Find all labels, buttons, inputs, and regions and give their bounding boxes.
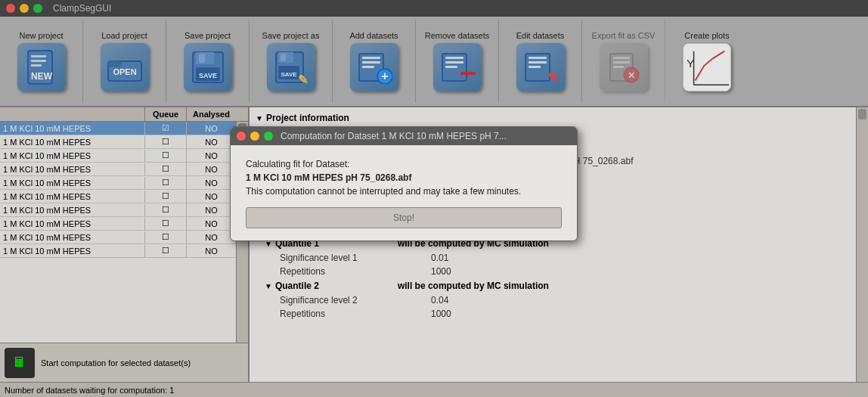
- modal-zoom-button[interactable]: [264, 132, 273, 141]
- modal-close-button[interactable]: [237, 132, 246, 141]
- app-window: ClampSegGUI New project NEW Load project…: [0, 0, 868, 397]
- modal-overlay: Computation for Dataset 1 M KCl 10 mM HE…: [0, 0, 868, 397]
- modal-minimize-button[interactable]: [250, 132, 259, 141]
- modal-text-line2: 1 M KCl 10 mM HEPES pH 75_0268.abf: [246, 172, 411, 183]
- modal-title: Computation for Dataset 1 M KCl 10 mM HE…: [281, 131, 507, 141]
- stop-button[interactable]: Stop!: [246, 207, 562, 228]
- modal-text-line1: Calculating fit for Dataset:: [246, 159, 349, 169]
- modal-text-line3: This computation cannot be interrupted a…: [246, 186, 521, 197]
- modal-titlebar: Computation for Dataset 1 M KCl 10 mM HE…: [231, 127, 577, 145]
- modal-computation-text: Calculating fit for Dataset: 1 M KCl 10 …: [246, 157, 562, 198]
- modal-body: Calculating fit for Dataset: 1 M KCl 10 …: [231, 145, 577, 240]
- computation-modal: Computation for Dataset 1 M KCl 10 mM HE…: [230, 126, 578, 241]
